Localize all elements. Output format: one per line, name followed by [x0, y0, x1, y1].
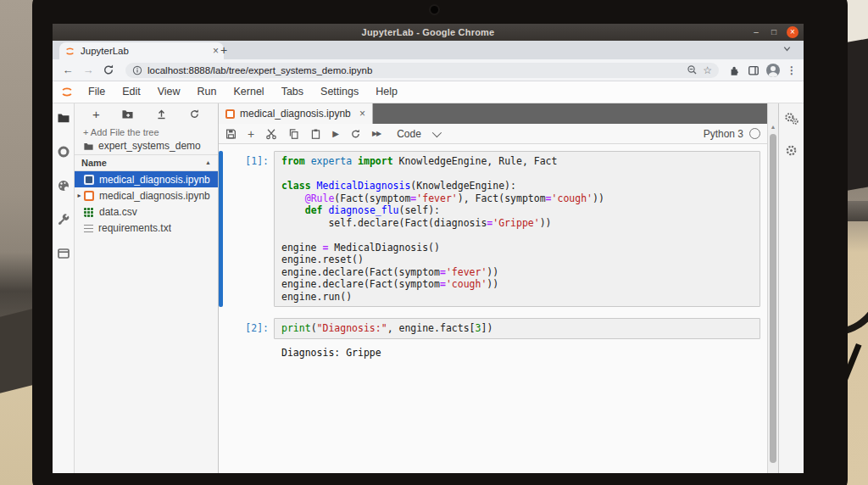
cell-output: Diagnosis: Grippe	[219, 347, 767, 359]
code-token: ))	[593, 192, 604, 204]
file-browser-icon[interactable]	[57, 110, 70, 125]
file-row[interactable]: requirements.txt	[75, 220, 218, 236]
screen: JupyterLab - Google Chrome – □ × Jupyter…	[53, 24, 804, 473]
url-text[interactable]: localhost:8888/lab/tree/expert_systems_d…	[147, 65, 682, 75]
save-icon[interactable]	[225, 128, 236, 140]
jupyter-logo	[59, 86, 75, 98]
cell-type-chevron-icon[interactable]	[432, 127, 442, 137]
property-inspector-gears-icon[interactable]	[784, 112, 799, 125]
file-name: medical_diagnosis.ipynb	[99, 190, 210, 202]
cell-gap	[219, 307, 767, 318]
code-token: 'fever'	[416, 192, 457, 204]
code-line	[281, 168, 753, 181]
tab-search-chevron-icon[interactable]	[782, 44, 792, 53]
name-column-header[interactable]: Name	[81, 155, 107, 170]
code-token: engine.reset()	[281, 254, 364, 265]
maximize-button[interactable]: □	[769, 28, 779, 36]
code-token: (Fact(symptom	[334, 192, 410, 204]
cell-editor[interactable]: from experta import KnowledgeEngine, Rul…	[274, 151, 760, 307]
upload-button[interactable]	[156, 109, 167, 120]
browser-tab-title: JupyterLab	[81, 46, 208, 56]
code-token: @Rule	[305, 192, 335, 204]
bookmark-star-icon[interactable]: ☆	[703, 65, 712, 75]
right-sidebar	[778, 103, 804, 473]
extensions-puzzle-icon[interactable]	[729, 64, 741, 76]
add-file-label[interactable]: + Add File the tree	[75, 125, 218, 138]
file-row[interactable]: medical_diagnosis.ipynb	[75, 171, 218, 187]
code-line: engine.declare(Fact(symptom='cough'))	[281, 278, 753, 291]
run-cell-icon[interactable]: ▶	[332, 128, 339, 140]
menu-item-tabs[interactable]: Tabs	[273, 81, 312, 103]
minimize-button[interactable]: –	[751, 28, 761, 36]
breadcrumb-folder[interactable]: expert_systems_demo	[98, 140, 201, 152]
sort-ascending-icon[interactable]: ▲	[205, 155, 211, 170]
code-token: class	[281, 180, 311, 192]
kernel-status-icon[interactable]	[749, 128, 760, 139]
settings-gear-icon[interactable]	[785, 144, 798, 157]
browser-menu-kebab-icon[interactable]: ⋮	[787, 65, 797, 75]
notebook-file-icon	[225, 109, 235, 119]
profile-avatar[interactable]	[766, 64, 780, 77]
restart-run-all-icon[interactable]: ▶▶	[372, 128, 381, 140]
menu-item-help[interactable]: Help	[367, 81, 406, 103]
site-info-icon[interactable]	[132, 65, 142, 75]
add-cell-icon[interactable]: +	[248, 128, 254, 140]
zoom-out-icon[interactable]	[687, 64, 698, 75]
notebook-content[interactable]: [1]:from experta import KnowledgeEngine,…	[219, 144, 767, 473]
close-button[interactable]: ×	[787, 26, 798, 38]
expand-caret-icon[interactable]: ▸	[75, 192, 84, 199]
reload-icon[interactable]	[100, 64, 117, 76]
file-row[interactable]: data.csv	[75, 203, 218, 220]
execution-count: [2]:	[223, 318, 274, 339]
scrollbar-up-icon[interactable]: ▲	[768, 124, 778, 130]
notebook-tab[interactable]: medical_diagnosis.ipynb ×	[219, 103, 373, 124]
property-inspector-wrench-icon[interactable]	[57, 212, 70, 227]
notebook-tab-close-icon[interactable]: ×	[359, 108, 365, 120]
code-token	[311, 180, 317, 192]
running-kernels-icon[interactable]	[57, 144, 70, 159]
open-tabs-icon[interactable]	[57, 246, 70, 261]
restart-kernel-icon[interactable]	[350, 128, 361, 140]
breadcrumb[interactable]: expert_systems_demo	[75, 138, 218, 154]
menu-item-file[interactable]: File	[80, 81, 114, 103]
menu-item-settings[interactable]: Settings	[312, 81, 367, 103]
text-file-icon	[84, 225, 93, 232]
command-palette-icon[interactable]	[57, 178, 70, 193]
notebook-scrollbar[interactable]: ▲	[767, 103, 778, 473]
back-icon[interactable]: ←	[59, 62, 76, 79]
side-panel-icon[interactable]	[748, 64, 760, 76]
code-cell[interactable]: [1]:from experta import KnowledgeEngine,…	[219, 151, 767, 307]
notebook-file-icon	[84, 175, 94, 185]
browser-toolbar-right: ⋮	[727, 64, 797, 77]
browser-tab[interactable]: JupyterLab ×	[59, 42, 224, 59]
code-token: =	[440, 266, 446, 278]
menu-item-edit[interactable]: Edit	[114, 81, 149, 103]
cell-type-dropdown[interactable]: Code	[397, 128, 421, 140]
file-row[interactable]: ▸medical_diagnosis.ipynb	[75, 187, 218, 203]
code-line: engine.declare(Fact(symptom='fever'))	[281, 266, 753, 279]
kernel-name[interactable]: Python 3	[704, 128, 743, 140]
copy-cells-icon[interactable]	[288, 128, 299, 140]
browser-tab-close-icon[interactable]: ×	[213, 46, 219, 56]
code-cell[interactable]: [2]:print("Diagnosis:", engine.facts[3])	[219, 318, 767, 339]
new-tab-button[interactable]: +	[220, 43, 227, 57]
code-token: experta	[311, 155, 352, 167]
paste-cells-icon[interactable]	[310, 128, 321, 140]
code-token: ))	[487, 266, 498, 278]
menu-item-kernel[interactable]: Kernel	[225, 81, 273, 103]
menu-item-run[interactable]: Run	[189, 81, 225, 103]
new-folder-button[interactable]	[121, 109, 134, 120]
cell-editor[interactable]: print("Diagnosis:", engine.facts[3])	[274, 318, 760, 339]
file-list-header[interactable]: Name ▲	[75, 154, 218, 171]
forward-icon[interactable]: →	[80, 62, 97, 79]
menu-item-view[interactable]: View	[149, 81, 189, 103]
new-launcher-button[interactable]: +	[92, 109, 100, 120]
address-bar[interactable]: localhost:8888/lab/tree/expert_systems_d…	[125, 63, 719, 78]
scrollbar-thumb[interactable]	[770, 134, 776, 463]
refresh-button[interactable]	[189, 109, 200, 120]
code-token: engine.declare(Fact(symptom	[281, 278, 440, 290]
code-token: engine.declare(Fact(symptom	[281, 266, 440, 278]
cut-cells-icon[interactable]	[265, 128, 277, 140]
code-token: MedicalDiagnosis	[317, 180, 411, 192]
jupyter-favicon	[64, 46, 75, 57]
